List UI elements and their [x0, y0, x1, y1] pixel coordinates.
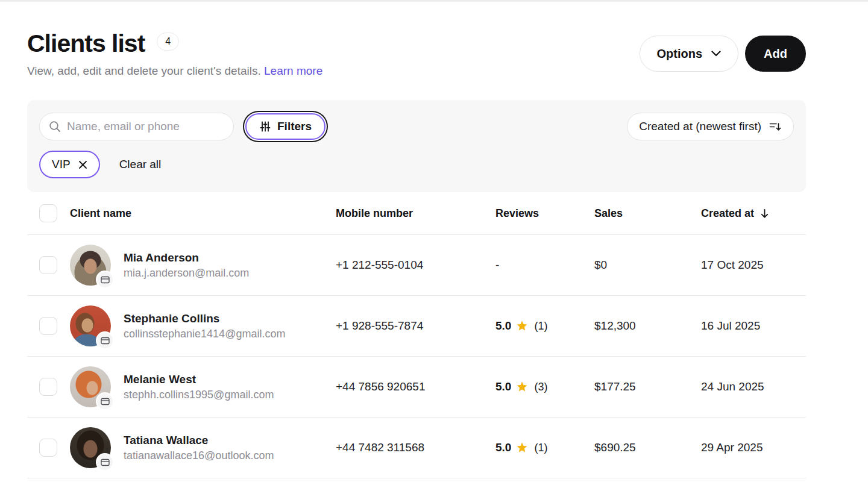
chip-label: VIP: [52, 158, 71, 171]
sales-value: $177.25: [594, 380, 701, 393]
card-on-file-icon: [97, 272, 113, 287]
reviews-cell: 5.0 (1): [495, 319, 594, 333]
mobile-number: +1 928-555-7874: [336, 319, 495, 333]
created-date: 16 Jul 2025: [701, 319, 794, 333]
top-border: [0, 0, 868, 2]
rating-value: 5.0: [495, 319, 511, 333]
table-header-row: Client name Mobile number Reviews Sales …: [27, 192, 806, 235]
rating-count: (1): [534, 320, 547, 333]
reviews-empty: -: [495, 258, 499, 272]
sales-value: $0: [594, 258, 701, 272]
rating-count: (1): [534, 442, 547, 454]
col-client-name: Client name: [70, 207, 336, 220]
clients-page: Clients list 4 View, add, edit and delet…: [27, 30, 806, 478]
sort-icon: [769, 120, 782, 133]
search-input[interactable]: [67, 120, 225, 133]
table-row[interactable]: Mia Anderson mia.j.anderson@mail.com +1 …: [27, 235, 806, 296]
avatar: [70, 305, 111, 346]
chevron-down-icon: [711, 51, 721, 57]
page-subtitle: View, add, edit and delete your client's…: [27, 64, 322, 78]
row-checkbox[interactable]: [39, 439, 57, 457]
mobile-number: +1 212-555-0104: [336, 258, 495, 272]
star-icon: [516, 381, 528, 393]
options-button-label: Options: [657, 47, 703, 61]
filter-panel: Filters Created at (newest first) VIP: [27, 100, 806, 192]
sort-button-label: Created at (newest first): [639, 120, 761, 133]
client-name: Mia Anderson: [124, 251, 249, 264]
col-reviews: Reviews: [495, 207, 594, 220]
created-date: 24 Jun 2025: [701, 380, 794, 393]
clear-all-button[interactable]: Clear all: [119, 158, 162, 171]
page-title: Clients list: [27, 30, 145, 57]
rating-count: (3): [534, 381, 547, 393]
col-created-at[interactable]: Created at: [701, 207, 794, 220]
reviews-cell: -: [495, 258, 594, 272]
options-button[interactable]: Options: [640, 36, 739, 72]
avatar: [70, 245, 111, 286]
filters-button[interactable]: Filters: [245, 113, 326, 140]
filters-sliders-icon: [259, 120, 271, 133]
created-date: 29 Apr 2025: [701, 441, 794, 454]
search-box[interactable]: [39, 113, 234, 140]
sort-button[interactable]: Created at (newest first): [627, 113, 794, 140]
avatar: [70, 427, 111, 468]
sales-value: $690.25: [594, 441, 701, 454]
search-icon: [48, 120, 61, 133]
filter-row-top: Filters Created at (newest first): [39, 113, 794, 140]
subtitle-text: View, add, edit and delete your client's…: [27, 64, 261, 77]
mobile-number: +44 7482 311568: [336, 441, 495, 454]
client-name: Tatiana Wallace: [124, 434, 274, 447]
add-button[interactable]: Add: [745, 36, 806, 72]
reviews-cell: 5.0 (3): [495, 380, 594, 393]
row-checkbox[interactable]: [39, 317, 57, 335]
filter-chip-vip[interactable]: VIP: [39, 151, 100, 178]
card-on-file-icon: [97, 393, 113, 409]
sales-value: $12,300: [594, 319, 701, 333]
col-sales: Sales: [594, 207, 701, 220]
filter-row-chips: VIP Clear all: [39, 151, 794, 178]
heading-block: Clients list 4 View, add, edit and delet…: [27, 30, 322, 78]
reviews-cell: 5.0 (1): [495, 441, 594, 454]
card-on-file-icon: [97, 454, 113, 470]
row-checkbox[interactable]: [39, 378, 57, 396]
created-date: 17 Oct 2025: [701, 258, 794, 272]
col-mobile-number: Mobile number: [336, 207, 495, 220]
sort-direction-arrow-icon: [760, 208, 769, 219]
star-icon: [516, 320, 528, 332]
table-row[interactable]: Stephanie Collins collinsstephanie1414@g…: [27, 296, 806, 357]
select-all-checkbox[interactable]: [39, 204, 57, 222]
row-checkbox[interactable]: [39, 256, 57, 274]
card-on-file-icon: [97, 333, 113, 348]
rating-value: 5.0: [495, 380, 511, 393]
clients-table: Client name Mobile number Reviews Sales …: [27, 192, 806, 478]
client-email: collinsstephanie1414@gmail.com: [124, 328, 285, 340]
client-count-badge: 4: [157, 33, 179, 51]
client-name: Stephanie Collins: [124, 312, 285, 325]
avatar: [70, 366, 111, 407]
page-header: Clients list 4 View, add, edit and delet…: [27, 30, 806, 78]
client-email: mia.j.anderson@mail.com: [124, 267, 249, 280]
table-row[interactable]: Tatiana Wallace tatianawallace16@outlook…: [27, 418, 806, 478]
client-email: stephh.collins1995@gmail.com: [124, 389, 274, 401]
client-email: tatianawallace16@outlook.com: [124, 449, 274, 462]
header-actions: Options Add: [640, 36, 806, 72]
chip-close-icon[interactable]: [78, 160, 87, 169]
table-row[interactable]: Melanie West stephh.collins1995@gmail.co…: [27, 357, 806, 418]
mobile-number: +44 7856 920651: [336, 380, 495, 393]
rating-value: 5.0: [495, 441, 511, 454]
client-name: Melanie West: [124, 373, 274, 386]
star-icon: [516, 442, 528, 454]
filters-button-label: Filters: [277, 120, 312, 133]
learn-more-link[interactable]: Learn more: [264, 64, 322, 77]
